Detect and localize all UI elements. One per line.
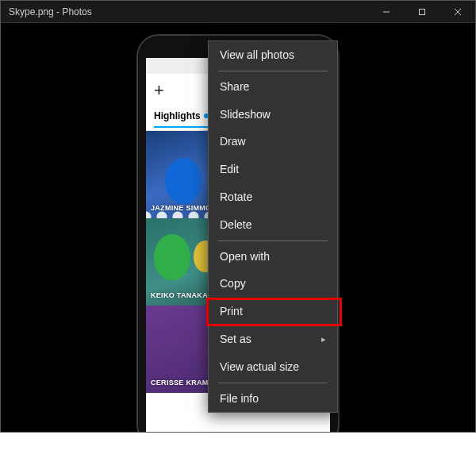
menu-item-label: Open with	[220, 250, 270, 264]
menu-item-label: Print	[220, 305, 243, 318]
menu-delete[interactable]: Delete	[209, 211, 337, 239]
menu-edit[interactable]: Edit	[209, 156, 337, 183]
menu-rotate[interactable]: Rotate	[209, 183, 337, 211]
menu-print[interactable]: Print	[209, 298, 337, 325]
contact-name: KEIKO TANAKA	[151, 291, 208, 299]
photos-app-window: Skype.png - Photos 22:17 +	[0, 0, 476, 433]
menu-item-label: View all photos	[220, 48, 294, 62]
menu-open-with[interactable]: Open with	[209, 243, 337, 271]
menu-view-all-photos[interactable]: View all photos	[209, 41, 337, 69]
close-button[interactable]	[440, 1, 475, 22]
menu-item-label: Rotate	[220, 190, 252, 204]
window-title: Skype.png - Photos	[1, 1, 100, 22]
menu-separator	[218, 240, 328, 241]
maximize-button[interactable]	[404, 1, 440, 22]
menu-separator	[218, 383, 328, 383]
menu-item-label: Draw	[220, 135, 246, 148]
menu-copy[interactable]: Copy	[209, 270, 337, 298]
menu-item-label: Copy	[220, 277, 246, 290]
tab-highlights[interactable]: Highlights	[154, 110, 209, 128]
context-menu: View all photos Share Slideshow Draw Edi…	[208, 40, 338, 413]
menu-file-info[interactable]: File info	[209, 385, 337, 413]
menu-item-label: Edit	[220, 163, 239, 176]
titlebar: Skype.png - Photos	[1, 1, 475, 23]
menu-separator	[218, 71, 328, 71]
svg-rect-1	[419, 9, 424, 14]
window-controls	[368, 1, 475, 22]
balloon-icon	[154, 234, 190, 280]
minimize-button[interactable]	[368, 1, 404, 22]
menu-item-label: File info	[220, 392, 259, 406]
menu-share[interactable]: Share	[209, 73, 337, 101]
menu-item-label: View actual size	[220, 360, 299, 374]
menu-slideshow[interactable]: Slideshow	[209, 101, 337, 129]
menu-item-label: Delete	[220, 218, 251, 232]
menu-draw[interactable]: Draw	[209, 128, 337, 156]
menu-item-label: Slideshow	[220, 108, 271, 121]
balloon-icon	[165, 158, 202, 204]
tab-highlights-label: Highlights	[154, 110, 201, 121]
menu-item-label: Set as	[220, 333, 251, 346]
menu-view-actual-size[interactable]: View actual size	[209, 353, 337, 381]
chevron-right-icon: ▸	[321, 334, 326, 344]
menu-item-label: Share	[220, 80, 249, 94]
new-chat-icon[interactable]: +	[154, 80, 164, 101]
menu-set-as[interactable]: Set as ▸	[209, 325, 337, 353]
